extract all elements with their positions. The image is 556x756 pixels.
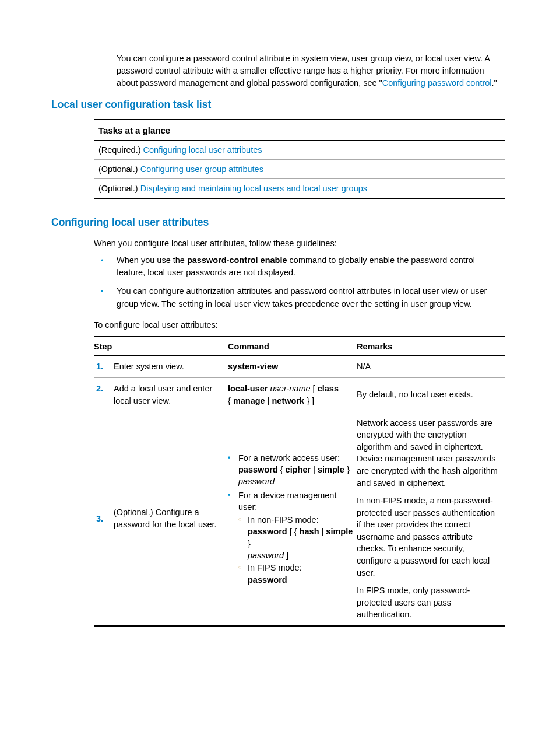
configure-lead: To configure local user attributes:	[51, 319, 505, 331]
link-displaying-maintaining-local-users[interactable]: Displaying and maintaining local users a…	[140, 184, 367, 193]
list-item: You can configure authorization attribut…	[51, 285, 505, 311]
tasks-table: Tasks at a glance (Required.) Configurin…	[94, 119, 505, 199]
task-prefix: (Required.)	[98, 145, 143, 155]
step-remarks: By default, no local user exists.	[357, 377, 505, 412]
table-row: (Optional.) Configuring user group attri…	[94, 160, 505, 179]
link-configuring-password-control[interactable]: Configuring password control	[382, 78, 492, 88]
step-number: 3.	[94, 412, 114, 626]
bullet-text: When you use the	[117, 256, 187, 265]
remarks-p2: In non-FIPS mode, a non-password-protect…	[357, 495, 501, 579]
remarks-p3: In FIPS mode, only password-protected us…	[357, 584, 501, 621]
col-command-header: Command	[228, 337, 357, 356]
steps-table: Step Command Remarks 1. Enter system vie…	[94, 336, 505, 626]
step-desc: Add a local user and enter local user vi…	[114, 377, 228, 412]
step-desc: (Optional.) Configure a password for the…	[114, 412, 228, 626]
table-row: (Optional.) Displaying and maintaining l…	[94, 179, 505, 199]
list-item: For a network access user: password { ci…	[228, 452, 353, 488]
step-number: 1.	[94, 355, 114, 377]
table-row: (Required.) Configuring local user attri…	[94, 141, 505, 160]
step-number: 2.	[94, 377, 114, 412]
task-prefix: (Optional.)	[98, 184, 140, 193]
remarks-p1: Network access user passwords are encryp…	[357, 417, 501, 489]
list-item: In non-FIPS mode: password [ { hash | si…	[238, 514, 353, 561]
guidelines-list: When you use the password-control enable…	[51, 254, 505, 311]
cmd-local-user: local-user user-name [ class { manage | …	[228, 377, 357, 412]
step-desc: Enter system view.	[114, 355, 228, 377]
tasks-header: Tasks at a glance	[94, 120, 505, 140]
intro-text-2: ."	[492, 78, 497, 88]
bullet-bold: password-control enable	[187, 256, 287, 265]
col-step-header: Step	[94, 337, 228, 356]
step-remarks: N/A	[357, 355, 505, 377]
table-row: 2. Add a local user and enter local user…	[94, 377, 505, 412]
step-remarks: Network access user passwords are encryp…	[357, 412, 505, 626]
intro-paragraph: You can configure a password control att…	[51, 52, 505, 89]
list-item: In FIPS mode: password	[238, 562, 353, 586]
heading-configuring-local-user-attributes: Configuring local user attributes	[51, 215, 505, 230]
task-prefix: (Optional.)	[98, 164, 140, 174]
list-item: For a device management user: In non-FIP…	[228, 489, 353, 586]
heading-local-user-task-list: Local user configuration task list	[51, 97, 505, 112]
cmd-system-view: system-view	[228, 362, 278, 371]
table-row: 1. Enter system view. system-view N/A	[94, 355, 505, 377]
cmd-password-list: For a network access user: password { ci…	[228, 452, 353, 586]
table-row: 3. (Optional.) Configure a password for …	[94, 412, 505, 626]
link-configuring-user-group-attributes[interactable]: Configuring user group attributes	[140, 164, 263, 174]
link-configuring-local-user-attributes[interactable]: Configuring local user attributes	[143, 145, 262, 155]
guidelines-lead: When you configure local user attributes…	[51, 237, 505, 250]
list-item: When you use the password-control enable…	[51, 254, 505, 280]
col-remarks-header: Remarks	[357, 337, 505, 356]
